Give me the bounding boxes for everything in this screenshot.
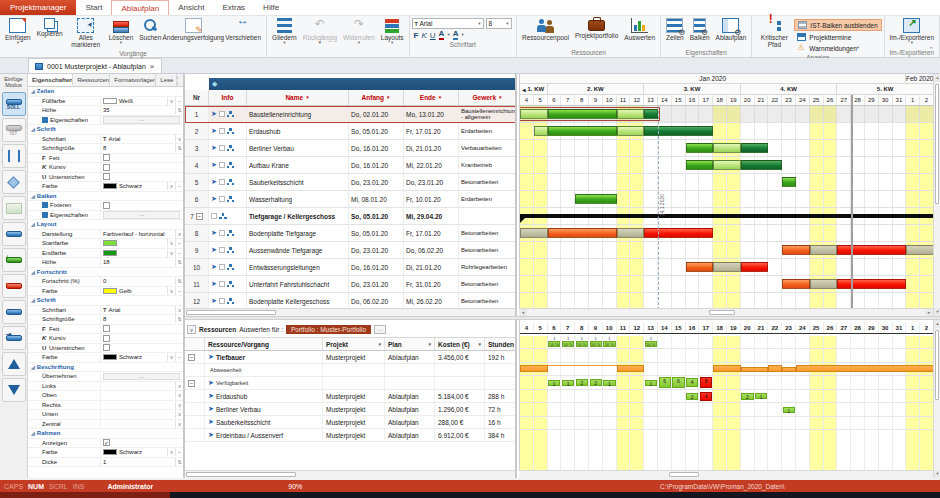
indent-task-button[interactable] — [2, 300, 26, 324]
task-checkbox[interactable] — [219, 162, 225, 168]
highlight-color-button[interactable]: A — [453, 30, 459, 40]
chevron-down-icon[interactable]: ∨ — [187, 325, 196, 334]
checkbox[interactable] — [103, 335, 110, 342]
prop-value-startfarbe[interactable]: ∨– — [100, 239, 183, 248]
checkbox[interactable] — [103, 173, 110, 180]
dropdown-arrow-icon[interactable]: ∨ — [175, 401, 183, 409]
tab-eigenschaften[interactable]: Eigenschaften — [28, 74, 73, 86]
move-up-button[interactable] — [2, 352, 26, 376]
more-button[interactable]: – — [175, 97, 183, 105]
prop-value-farbe[interactable]: Gelb∨– — [100, 287, 183, 296]
task-checkbox[interactable] — [219, 196, 225, 202]
gantt-bar[interactable] — [686, 160, 714, 170]
checkbox[interactable] — [103, 202, 110, 209]
prop-section-schrift[interactable]: ◢Schrift — [28, 125, 183, 135]
font-size-select[interactable]: 8▾ — [486, 18, 512, 29]
table-row[interactable]: 10➤EntwässerungsleitungenDo, 16.01.20Di,… — [185, 259, 517, 276]
tab-formatvorlagen[interactable]: Formatvorlagen — [110, 74, 156, 86]
gantt-bar[interactable] — [713, 262, 741, 272]
ellipsis-button[interactable]: ··· — [103, 211, 180, 219]
prop-value-schriftart[interactable]: TArial∨ — [100, 135, 183, 144]
column-header-kosten[interactable]: Kosten (€)▼ — [435, 338, 485, 350]
soll-mode-button[interactable]: SOLL — [2, 92, 26, 116]
gantt-bar[interactable] — [548, 228, 617, 238]
portfolio-more-button[interactable]: ··· — [374, 325, 386, 334]
task-checkbox[interactable] — [211, 213, 217, 219]
prop-section-fortschritt[interactable]: ◢Fortschritt — [28, 268, 183, 278]
dropdown-arrow-icon[interactable]: ∨ — [175, 410, 183, 418]
checkbox[interactable] — [103, 344, 110, 351]
task-checkbox[interactable] — [219, 230, 225, 236]
resource-row[interactable]: −➤Verfügbarkeit — [185, 377, 517, 390]
gantt-bar[interactable] — [575, 194, 616, 204]
filter-arrow-icon[interactable]: ▼ — [438, 95, 442, 100]
task-checkbox[interactable] — [219, 145, 225, 151]
spinner-icon[interactable]: ⇅ — [175, 315, 183, 323]
prop-value-bernehmen[interactable]: ··· — [100, 372, 183, 381]
prop-value-oben[interactable]: ∨ — [100, 391, 183, 400]
outdent-task-button[interactable] — [2, 326, 26, 350]
balken-button[interactable]: Balken — [687, 17, 713, 42]
zoom-level[interactable]: 90% — [288, 483, 302, 490]
prop-value-fixieren[interactable] — [100, 201, 183, 210]
gantt-bar[interactable] — [741, 143, 769, 153]
prop-section-beschriftung[interactable]: ◢Beschriftung — [28, 363, 183, 373]
prop-section-layout[interactable]: ◢Layout — [28, 220, 183, 230]
prop-value-darstellung[interactable]: Farbverlauf - horizontal∨ — [100, 230, 183, 239]
resource-row[interactable]: ➤Erdeinbau / AussenverfMusterprojektAbla… — [185, 429, 517, 442]
layouts-button[interactable]: Layouts▾ — [378, 17, 407, 46]
table-row[interactable]: 8➤Bodenplatte TiefgarageSo, 05.01.20Fr, … — [185, 225, 517, 242]
prop-value-eigenschaften[interactable]: ··· — [100, 211, 183, 220]
gantt-bar[interactable] — [686, 262, 714, 272]
prop-value-unterstrichen[interactable] — [100, 173, 183, 182]
prop-value-eigenschaften[interactable]: ··· — [100, 116, 183, 125]
kritischer-pfad-button[interactable]: Kritischer Pfad — [754, 17, 794, 49]
more-button[interactable]: – — [175, 182, 183, 190]
filter-arrow-icon[interactable]: ▼ — [305, 95, 309, 100]
task-checkbox[interactable] — [219, 128, 225, 134]
resource-row[interactable]: ➤Berliner VerbauMusterprojektAblaufplan1… — [185, 403, 517, 416]
underline-button[interactable]: U — [430, 31, 436, 40]
table-row[interactable]: 5➤SauberkeitsschichtDo, 23.01.20Do, 23.0… — [185, 174, 517, 191]
gantt-bar[interactable] — [644, 228, 713, 238]
prop-value-fortschritt[interactable]: 0⇅ — [100, 277, 183, 286]
more-button[interactable]: – — [175, 239, 183, 247]
prop-value-farbe[interactable]: Schwarz∨– — [100, 353, 183, 362]
task-checkbox[interactable] — [219, 111, 225, 117]
prop-value-unterstrichen[interactable] — [100, 344, 183, 353]
prop-section-zeilen[interactable]: ◢Zeilen — [28, 87, 183, 97]
table-row[interactable]: 4➤Aufbau KraneDo, 16.01.20Mi, 22.01.20Kr… — [185, 157, 517, 174]
filter-arrow-icon[interactable]: ▼ — [428, 342, 432, 347]
table-row[interactable]: 7−Tiefgarage / KellergeschossSo, 05.01.2… — [185, 208, 517, 225]
portfolio-chip[interactable]: Portfolio : Muster-Portfolio — [286, 325, 371, 334]
collapse-box-icon[interactable]: − — [188, 354, 195, 361]
gantt-bar[interactable] — [686, 143, 714, 153]
tab-lesezeichen[interactable]: Lese — [156, 74, 176, 86]
prop-value-kursiv[interactable] — [100, 163, 183, 172]
prop-value-f-llfarbe[interactable]: Weiß∨– — [100, 97, 183, 106]
font-family-select[interactable]: T Arial▾ — [412, 18, 484, 29]
loeschen-button[interactable]: Löschen▾ — [106, 17, 137, 46]
prop-value-farbe[interactable]: Schwarz∨– — [100, 182, 183, 191]
dropdown-arrow-icon[interactable]: ∨ — [167, 182, 175, 190]
collapse-ribbon-button[interactable]: ⌃ — [928, 46, 934, 54]
gantt-bar[interactable] — [520, 228, 548, 238]
ressourcenpool-button[interactable]: Ressourcenpool — [519, 17, 572, 42]
ist-mode-button[interactable]: IST — [2, 118, 26, 142]
histogram-hscrollbar[interactable] — [519, 470, 933, 478]
task-checkbox[interactable] — [219, 298, 225, 304]
filter-arrow-icon[interactable]: ▼ — [378, 342, 382, 347]
column-header-ende[interactable]: Ende▼ — [404, 90, 459, 105]
table-row[interactable]: 11➤Unterfahrt FahrstuhlschachtDo, 23.01.… — [185, 276, 517, 293]
spinner-icon[interactable]: ⇅ — [175, 144, 183, 152]
column-header-projekt[interactable]: Projekt▼ — [323, 338, 385, 350]
prop-section-balken[interactable]: ◢Balken — [28, 192, 183, 202]
im-exportieren-button[interactable]: Im-/Exportieren▾ — [887, 17, 937, 46]
document-tab[interactable]: 0001 Musterprojekt - Ablaufplan × — [28, 58, 162, 73]
ellipsis-button[interactable]: ··· — [103, 373, 180, 381]
gantt-hscrollbar[interactable]: ◄ ► — [519, 308, 933, 316]
resource-row[interactable]: ➤ErdaushubMusterprojektAblaufplan5.184,0… — [185, 390, 517, 403]
add-row-button[interactable] — [2, 248, 26, 272]
table-row[interactable]: 6➤WasserhaltungMi, 08.01.20Fr, 10.01.20E… — [185, 191, 517, 208]
checkbox[interactable] — [103, 154, 110, 161]
